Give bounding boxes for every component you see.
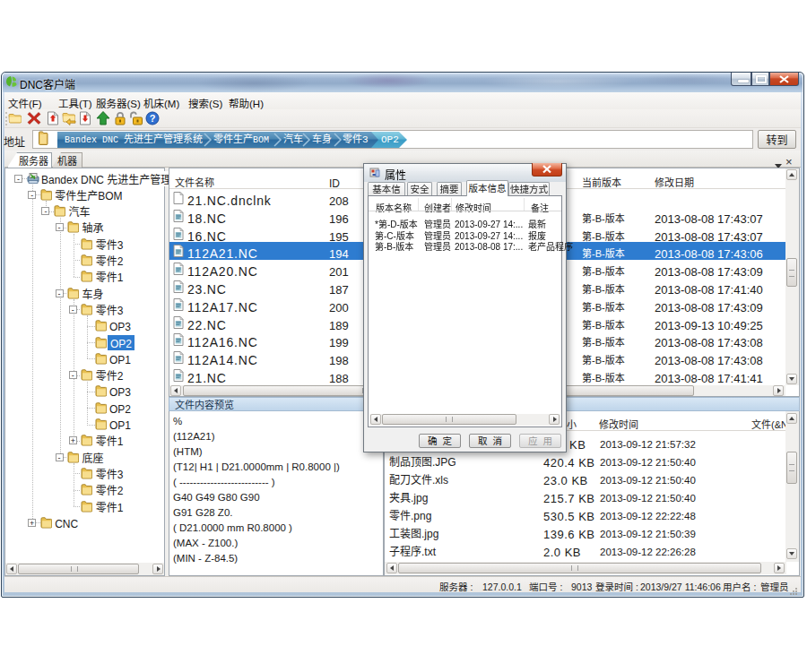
svg-text:?: ? (150, 113, 156, 124)
